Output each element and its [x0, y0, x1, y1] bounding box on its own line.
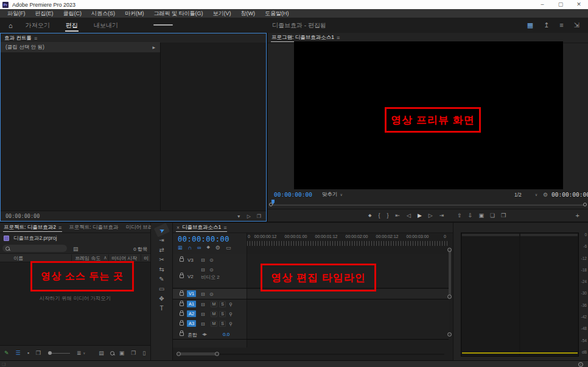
- mix-gain-value[interactable]: 0.0: [223, 332, 229, 337]
- sort-caret-icon[interactable]: ∧: [103, 255, 107, 260]
- track-target-a3[interactable]: A3: [187, 320, 196, 327]
- sort-icon[interactable]: ≣: [77, 350, 82, 356]
- tab-sequence[interactable]: × 디졸브효과소스1 ≡: [173, 223, 230, 232]
- overwrite-icon[interactable]: ❒: [501, 212, 506, 218]
- timeline-vertical-scrollbar[interactable]: [448, 250, 452, 341]
- voiceover-mic-icon[interactable]: ⚲: [229, 321, 233, 327]
- panel-divider-grip[interactable]: [153, 24, 173, 26]
- insert-icon[interactable]: ❏: [490, 212, 495, 218]
- source-patch-icon[interactable]: ⊟: [201, 292, 205, 297]
- mute-button[interactable]: M: [211, 301, 217, 307]
- vscroll-end-handle[interactable]: [447, 332, 452, 337]
- type-tool[interactable]: T: [155, 303, 169, 313]
- mute-button[interactable]: M: [211, 321, 217, 327]
- program-panel-menu-icon[interactable]: ≡: [337, 35, 340, 41]
- panel-menu-icon[interactable]: ≡: [34, 35, 37, 41]
- razor-tool[interactable]: ✂: [155, 254, 169, 264]
- trash-icon[interactable]: ▯: [142, 350, 145, 356]
- column-separator[interactable]: [71, 254, 72, 261]
- linked-selection-icon[interactable]: ∞: [197, 245, 201, 251]
- menu-marker[interactable]: 마커(M): [120, 10, 149, 18]
- list-view-icon[interactable]: ☰: [16, 350, 21, 356]
- scrubber-left-handle[interactable]: [269, 203, 273, 206]
- vscroll-thumb[interactable]: [449, 250, 451, 297]
- find-icon[interactable]: [110, 351, 114, 355]
- scrubber-right-handle[interactable]: [583, 203, 587, 206]
- play-button-icon[interactable]: ▶: [418, 212, 422, 218]
- menu-help[interactable]: 도움말(H): [260, 10, 294, 18]
- button-editor-icon[interactable]: +: [576, 212, 579, 219]
- source-patch-icon[interactable]: ⊟: [201, 267, 205, 273]
- sort-caret-down-icon[interactable]: ∨: [83, 351, 85, 355]
- track-target-a1[interactable]: A1: [187, 301, 196, 307]
- expand-arrow-icon[interactable]: ▶: [152, 45, 155, 49]
- add-marker-icon[interactable]: ◆: [368, 213, 371, 218]
- new-item-icon[interactable]: ❐: [131, 350, 136, 356]
- filter-icon[interactable]: ▼: [237, 214, 241, 218]
- tab-project-dissolve[interactable]: 프로젝트: 디졸브효과: [65, 223, 122, 232]
- nest-sequence-icon[interactable]: ⊞: [178, 245, 183, 251]
- source-patch-icon[interactable]: ⊟: [201, 302, 205, 307]
- bin-path-icon[interactable]: ▤: [73, 246, 79, 252]
- keyframe-toggle-icon[interactable]: ◀▶: [202, 332, 206, 336]
- track-lane-a1[interactable]: [247, 299, 449, 309]
- icon-view-icon[interactable]: ▪: [27, 350, 29, 356]
- menu-graphics-titles[interactable]: 그래픽 및 타이틀(G): [149, 10, 208, 18]
- menu-file[interactable]: 파일(F): [2, 10, 30, 18]
- slip-tool[interactable]: ⇆: [155, 264, 169, 274]
- lock-icon[interactable]: [180, 322, 184, 326]
- project-file-row[interactable]: 디졸브효과2.prproj: [0, 234, 150, 243]
- settings-wrench-icon[interactable]: ⚙: [543, 192, 548, 198]
- export-icon[interactable]: ❐: [257, 214, 261, 219]
- menu-clip[interactable]: 클립(C): [58, 10, 87, 18]
- step-back-icon[interactable]: ◁: [407, 212, 411, 218]
- tab-import[interactable]: 가져오기: [18, 18, 58, 33]
- voiceover-mic-icon[interactable]: ⚲: [229, 312, 233, 317]
- effect-controls-timecode[interactable]: 00:00:00:00: [5, 213, 40, 219]
- zoom-dropdown[interactable]: 1/2 ∨: [514, 192, 537, 198]
- search-input[interactable]: [2, 245, 67, 252]
- lift-icon[interactable]: ⇧: [457, 212, 462, 218]
- source-patch-icon[interactable]: ⊟: [201, 321, 205, 327]
- zoom-slider[interactable]: [48, 353, 70, 354]
- menu-window[interactable]: 창(W): [236, 10, 261, 18]
- ripple-edit-tool[interactable]: ⇄: [155, 245, 169, 254]
- timeline-add-marker-icon[interactable]: ◆: [206, 245, 209, 251]
- lock-icon[interactable]: [180, 258, 184, 262]
- vscroll-bottom-handle[interactable]: [447, 295, 452, 299]
- tab-edit[interactable]: 편집: [58, 18, 86, 33]
- tab-project-dissolve2[interactable]: 프로젝트: 디졸브효과2 ≡: [0, 223, 65, 232]
- menu-view[interactable]: 보기(V): [208, 10, 236, 18]
- track-visibility-icon[interactable]: ⊙: [209, 257, 214, 263]
- play-only-icon[interactable]: ▷: [247, 214, 251, 219]
- minimize-button[interactable]: –: [533, 0, 551, 9]
- lock-icon[interactable]: [180, 302, 184, 306]
- lock-icon[interactable]: [180, 274, 184, 278]
- program-scrubber[interactable]: [268, 200, 588, 208]
- quick-export-icon[interactable]: ↥: [544, 21, 549, 29]
- home-icon[interactable]: ⌂: [0, 18, 18, 33]
- captions-icon[interactable]: ▭: [226, 245, 231, 251]
- voiceover-mic-icon[interactable]: ⚲: [229, 302, 233, 307]
- track-lane-a2[interactable]: [247, 309, 449, 319]
- go-to-out-icon[interactable]: ⇥: [439, 212, 444, 218]
- snap-icon[interactable]: ∩: [188, 245, 192, 251]
- mark-in-icon[interactable]: {: [378, 212, 380, 218]
- source-patch-icon[interactable]: ⊟: [201, 312, 205, 317]
- rectangle-tool[interactable]: ▭: [155, 284, 169, 293]
- lock-icon[interactable]: [180, 292, 184, 296]
- workspaces-icon[interactable]: ▦: [527, 21, 533, 29]
- track-label-v3[interactable]: V3: [187, 257, 194, 263]
- menu-sequence[interactable]: 시퀀스(S): [86, 10, 120, 18]
- mark-out-icon[interactable]: }: [387, 212, 388, 218]
- extract-icon[interactable]: ⇩: [468, 212, 473, 218]
- track-target-a2[interactable]: A2: [187, 310, 196, 317]
- project-panel-menu-icon[interactable]: ≡: [58, 225, 61, 231]
- close-button[interactable]: ✕: [570, 0, 588, 9]
- column-separator[interactable]: [108, 254, 109, 261]
- maximize-button[interactable]: ▢: [551, 0, 570, 9]
- track-name-video2[interactable]: 비디오 2: [201, 274, 220, 281]
- pen-tool[interactable]: ✎: [155, 274, 169, 284]
- track-visibility-icon[interactable]: ⊙: [209, 292, 214, 297]
- timeline-panel-menu-icon[interactable]: ≡: [223, 225, 226, 231]
